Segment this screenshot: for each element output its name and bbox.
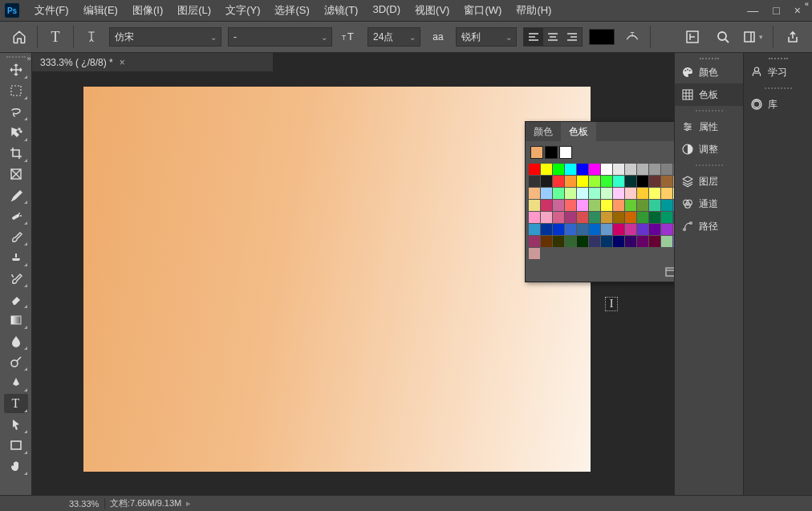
swatch[interactable] (589, 188, 600, 199)
panel-color[interactable]: 颜色 (675, 61, 743, 83)
swatch[interactable] (541, 188, 552, 199)
history-brush-tool[interactable] (4, 269, 28, 288)
eraser-tool[interactable] (4, 290, 28, 309)
text-orientation-button[interactable] (80, 26, 103, 48)
swatch[interactable] (661, 212, 672, 223)
swatch[interactable] (625, 188, 636, 199)
warp-text-button[interactable]: T (621, 26, 644, 48)
frame-tool[interactable] (4, 164, 28, 184)
gradient-tool[interactable] (4, 310, 28, 330)
character-panel-button[interactable] (681, 26, 704, 48)
swatch[interactable] (529, 236, 540, 247)
swatch[interactable] (529, 224, 540, 235)
swatch[interactable] (649, 200, 660, 211)
swatch[interactable] (589, 212, 600, 223)
mid-swatch[interactable] (545, 146, 558, 159)
swatch[interactable] (577, 224, 588, 235)
swatch[interactable] (565, 164, 576, 175)
clone-stamp-tool[interactable] (4, 248, 28, 267)
swatch[interactable] (649, 188, 660, 199)
swatch[interactable] (649, 224, 660, 235)
swatch[interactable] (601, 200, 612, 211)
panel-adjustments[interactable]: 调整 (675, 138, 743, 160)
swatch[interactable] (529, 164, 540, 175)
swatch[interactable] (577, 236, 588, 247)
align-left-button[interactable] (524, 28, 543, 46)
swatch[interactable] (649, 236, 660, 247)
swatch[interactable] (625, 164, 636, 175)
align-right-button[interactable] (562, 28, 582, 46)
hand-tool[interactable] (4, 456, 28, 476)
swatch[interactable] (613, 176, 624, 187)
swatch[interactable] (577, 188, 588, 199)
swatch[interactable] (649, 176, 660, 187)
quick-select-tool[interactable] (4, 123, 28, 142)
eyedropper-tool[interactable] (4, 185, 28, 205)
dodge-tool[interactable] (4, 352, 28, 371)
swatch[interactable] (601, 176, 612, 187)
swatch[interactable] (661, 164, 672, 175)
swatch[interactable] (565, 236, 576, 247)
workspace-button[interactable]: ▾ (742, 26, 765, 48)
search-button[interactable] (712, 26, 734, 48)
swatch[interactable] (673, 212, 674, 223)
lasso-tool[interactable] (4, 102, 28, 121)
swatch[interactable] (673, 200, 674, 211)
canvas[interactable] (83, 87, 591, 472)
swatch[interactable] (565, 212, 576, 223)
text-color-chip[interactable] (589, 29, 615, 45)
swatch[interactable] (577, 212, 588, 223)
doc-size-info[interactable]: 文档:7.66M/9.13M (110, 497, 181, 509)
color-tab[interactable]: 颜色 (526, 122, 561, 142)
swatch[interactable] (673, 164, 674, 175)
swatch[interactable] (637, 188, 648, 199)
rectangle-tool[interactable] (4, 436, 28, 455)
swatch[interactable] (553, 236, 564, 247)
swatches-grid[interactable] (526, 164, 674, 262)
swatch[interactable] (541, 224, 552, 235)
swatch[interactable] (553, 200, 564, 211)
panel-learn[interactable]: 学习 (744, 61, 812, 83)
type-tool-icon[interactable]: T (44, 26, 67, 48)
swatch[interactable] (529, 176, 540, 187)
swatch[interactable] (541, 212, 552, 223)
swatch[interactable] (541, 164, 552, 175)
swatch[interactable] (661, 176, 672, 187)
swatch[interactable] (613, 200, 624, 211)
swatch[interactable] (649, 164, 660, 175)
swatch[interactable] (661, 188, 672, 199)
panel-channels[interactable]: 通道 (675, 193, 743, 215)
swatch[interactable] (553, 164, 564, 175)
swatch[interactable] (673, 188, 674, 199)
align-center-button[interactable] (543, 28, 562, 46)
swatch[interactable] (661, 200, 672, 211)
expand-right-dock[interactable]: « (0, 0, 812, 10)
swatch[interactable] (565, 188, 576, 199)
swatch[interactable] (625, 224, 636, 235)
type-tool[interactable]: T (4, 394, 28, 413)
swatch[interactable] (637, 200, 648, 211)
swatch[interactable] (577, 176, 588, 187)
foreground-swatch[interactable] (530, 146, 543, 159)
swatch[interactable] (613, 164, 624, 175)
swatch[interactable] (601, 212, 612, 223)
swatch[interactable] (565, 200, 576, 211)
crop-tool[interactable] (4, 144, 28, 163)
document-tab[interactable]: 333.3% ( ¿/8/8) * × (32, 53, 273, 72)
swatch[interactable] (553, 176, 564, 187)
font-size-dropdown[interactable]: 24点 (367, 27, 420, 47)
swatch[interactable] (565, 176, 576, 187)
swatch[interactable] (601, 224, 612, 235)
swatch[interactable] (673, 224, 674, 235)
new-swatch-button[interactable] (665, 267, 674, 277)
marquee-tool[interactable] (4, 81, 28, 100)
swatch[interactable] (529, 188, 540, 199)
blur-tool[interactable] (4, 331, 28, 351)
move-tool[interactable] (4, 60, 28, 79)
swatch[interactable] (613, 188, 624, 199)
swatch[interactable] (673, 236, 674, 247)
document-tab-close[interactable]: × (120, 57, 125, 68)
font-style-dropdown[interactable]: - (228, 27, 332, 47)
swatch[interactable] (625, 200, 636, 211)
swatch[interactable] (625, 236, 636, 247)
